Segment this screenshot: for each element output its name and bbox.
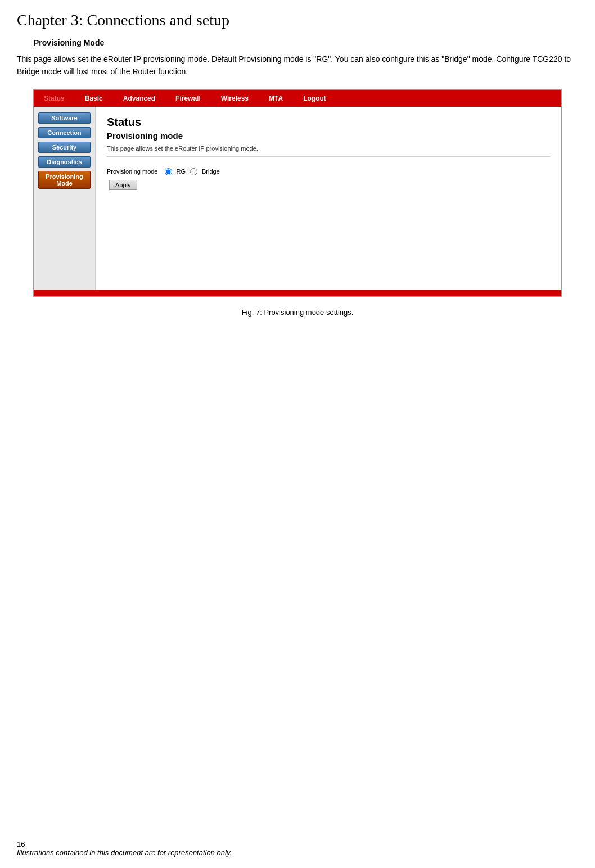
main-sub-description: This page allows set the eRouter IP prov…	[107, 145, 550, 157]
section-heading: Provisioning Mode	[34, 38, 578, 47]
sidebar-item-provisioning-mode[interactable]: Provisioning Mode	[38, 171, 91, 189]
sidebar-item-connection[interactable]: Connection	[38, 127, 91, 138]
sidebar-item-security[interactable]: Security	[38, 142, 91, 153]
footer-note: Illustrations contained in this document…	[17, 848, 232, 857]
nav-item-basic[interactable]: Basic	[75, 92, 113, 105]
main-subheading: Provisioning mode	[107, 131, 550, 141]
nav-item-logout[interactable]: Logout	[293, 92, 336, 105]
apply-button[interactable]: Apply	[109, 180, 137, 190]
nav-item-wireless[interactable]: Wireless	[211, 92, 259, 105]
router-bottom-bar	[34, 290, 561, 296]
router-main-panel: Status Provisioning mode This page allow…	[96, 107, 561, 290]
nav-item-advanced[interactable]: Advanced	[113, 92, 165, 105]
bridge-label: Bridge	[202, 168, 220, 175]
description-text: This page allows set the eRouter IP prov…	[17, 53, 578, 78]
radio-group: RG Bridge	[165, 168, 220, 175]
radio-bridge[interactable]	[190, 168, 197, 175]
nav-item-mta[interactable]: MTA	[259, 92, 293, 105]
router-sidebar: Software Connection Security Diagnostics…	[34, 107, 96, 290]
main-content-area: Provisioning mode RG Bridge Apply	[107, 168, 550, 281]
page-number: 16	[17, 840, 232, 848]
page-footer: 16 Illustrations contained in this docum…	[17, 840, 232, 857]
figure-caption: Fig. 7: Provisioning mode settings.	[17, 308, 578, 317]
radio-rg[interactable]	[165, 168, 172, 175]
provisioning-mode-label: Provisioning mode	[107, 168, 158, 175]
router-nav: Status Basic Advanced Firewall Wireless …	[34, 90, 561, 107]
router-content-area: Software Connection Security Diagnostics…	[34, 107, 561, 290]
nav-item-status[interactable]: Status	[34, 92, 75, 105]
main-heading: Status	[107, 116, 550, 129]
nav-item-firewall[interactable]: Firewall	[165, 92, 211, 105]
router-ui: Status Basic Advanced Firewall Wireless …	[33, 89, 562, 297]
provisioning-mode-row: Provisioning mode RG Bridge	[107, 168, 550, 175]
sidebar-item-software[interactable]: Software	[38, 112, 91, 124]
sidebar-item-diagnostics[interactable]: Diagnostics	[38, 156, 91, 168]
rg-label: RG	[177, 168, 186, 175]
page-title: Chapter 3: Connections and setup	[17, 11, 578, 29]
